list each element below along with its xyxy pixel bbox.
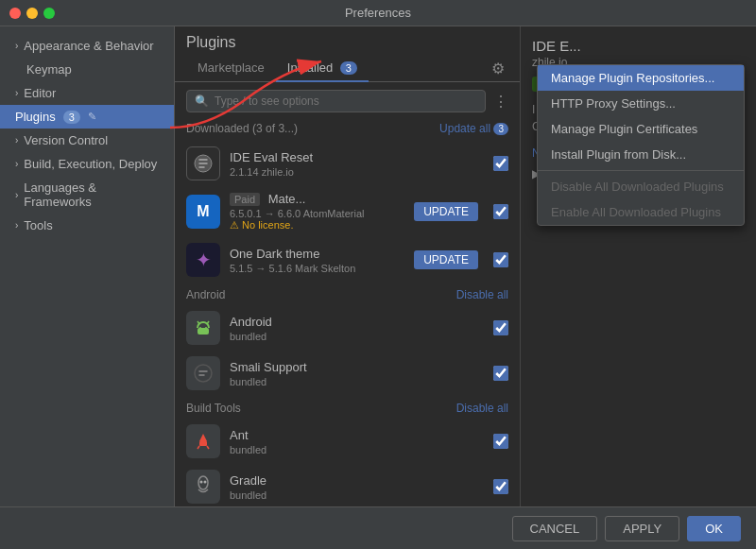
plugin-checkbox-material[interactable] [493, 204, 508, 219]
section-build-tools-label: Build Tools [186, 402, 241, 415]
plugin-checkbox-gradle[interactable] [493, 479, 508, 494]
search-wrapper: 🔍 [186, 90, 486, 112]
plugin-checkbox-smali[interactable] [493, 366, 508, 381]
plugin-info-one-dark: One Dark theme 5.1.5 → 5.1.6 Mark Skelto… [230, 247, 404, 274]
installed-badge: 3 [340, 61, 357, 75]
plugin-checkbox-android[interactable] [493, 320, 508, 335]
window-controls[interactable] [9, 8, 55, 19]
plugins-content: Plugins Marketplace Installed 3 ⚙ 🔍 ⋮ Do… [175, 26, 520, 506]
plugin-item-gradle[interactable]: Gradle bundled [175, 464, 520, 506]
dropdown-item-manage-repos[interactable]: Manage Plugin Repositories... [538, 65, 744, 91]
update-one-dark-button[interactable]: UPDATE [414, 250, 478, 269]
plugin-item-one-dark[interactable]: ✦ One Dark theme 5.1.5 → 5.1.6 Mark Skel… [175, 237, 520, 283]
plugin-icon-android [186, 311, 220, 345]
plugin-checkbox-ant[interactable] [493, 434, 508, 449]
dropdown-item-manage-certs[interactable]: Manage Plugin Certificates [538, 116, 744, 142]
plugin-version: bundled [230, 331, 484, 342]
plugin-version: 2.1.14 zhile.io [230, 166, 484, 178]
plugin-version: 6.5.0.1 → 6.6.0 AtomMaterial [230, 208, 404, 219]
ok-button[interactable]: OK [687, 516, 741, 541]
sidebar-item-plugins[interactable]: Plugins 3 ✎ [0, 105, 174, 129]
minimize-button[interactable] [26, 8, 38, 19]
plugin-version: bundled [230, 444, 484, 455]
dropdown-item-install-disk[interactable]: Install Plugin from Disk... [538, 142, 744, 167]
plugin-icon-smali [186, 356, 220, 390]
svg-line-5 [207, 321, 209, 324]
dropdown-item-http-proxy[interactable]: HTTP Proxy Settings... [538, 91, 744, 116]
sidebar-item-label: Tools [24, 218, 52, 232]
window-title: Preferences [345, 6, 411, 20]
plugin-icon-one-dark: ✦ [186, 243, 220, 277]
cancel-button[interactable]: CANCEL [512, 516, 598, 541]
plugin-item-android[interactable]: Android bundled [175, 305, 520, 351]
disable-all-android-button[interactable]: Disable all [456, 288, 508, 301]
plugin-icon-gradle [186, 470, 220, 504]
sidebar-item-build[interactable]: › Build, Execution, Deploy [0, 152, 174, 176]
chevron-icon: › [15, 88, 18, 98]
section-build-tools: Build Tools Disable all [175, 396, 520, 419]
sidebar: › Appearance & Behavior Keymap › Editor … [0, 26, 175, 506]
plugin-name: Gradle [230, 473, 484, 488]
close-button[interactable] [9, 8, 21, 19]
tab-marketplace[interactable]: Marketplace [186, 55, 276, 82]
svg-line-4 [198, 321, 199, 324]
sidebar-item-tools[interactable]: › Tools [0, 214, 174, 237]
plugin-name: IDE Eval Reset [230, 150, 484, 164]
sidebar-item-version-control[interactable]: › Version Control [0, 129, 174, 152]
sidebar-item-label: Plugins [15, 110, 56, 124]
dropdown-menu: Manage Plugin Repositories... HTTP Proxy… [537, 64, 745, 226]
plugin-checkbox-one-dark[interactable] [493, 252, 508, 267]
chevron-icon: › [15, 41, 18, 51]
chevron-icon: › [15, 190, 18, 200]
plugin-name: Ant [230, 428, 484, 442]
sidebar-item-languages[interactable]: › Languages & Frameworks [0, 176, 174, 214]
downloaded-label: Downloaded (3 of 3...) [186, 122, 298, 135]
plugin-icon-ant [186, 424, 220, 458]
apply-button[interactable]: APPLY [605, 516, 679, 541]
sidebar-item-label: Build, Execution, Deploy [24, 157, 157, 171]
plugin-name: Android [230, 315, 484, 329]
svg-point-11 [200, 481, 203, 484]
plugin-info-ant: Ant bundled [230, 428, 484, 455]
search-input[interactable] [215, 94, 477, 108]
update-badge: 3 [493, 123, 508, 135]
plugin-name: Smali Support [230, 360, 484, 374]
search-icon: 🔍 [195, 94, 209, 108]
plugin-name: Paid Mate... [230, 192, 404, 206]
svg-point-6 [195, 365, 212, 382]
chevron-icon: › [15, 135, 18, 146]
gear-button[interactable]: ⚙ [488, 56, 508, 81]
plugin-warning: ⚠ No license. [230, 219, 404, 232]
search-row: 🔍 ⋮ [175, 82, 520, 120]
sidebar-item-keymap[interactable]: Keymap [0, 58, 174, 81]
dropdown-item-disable-all: Disable All Downloaded Plugins [538, 174, 744, 199]
sidebar-item-appearance[interactable]: › Appearance & Behavior [0, 34, 174, 58]
plugin-info-material: Paid Mate... 6.5.0.1 → 6.6.0 AtomMateria… [230, 192, 404, 232]
sidebar-item-editor[interactable]: › Editor [0, 81, 174, 105]
plugin-checkbox-ide-eval[interactable] [493, 156, 508, 171]
update-material-button[interactable]: UPDATE [414, 202, 478, 221]
plugin-item-ant[interactable]: Ant bundled [175, 419, 520, 464]
section-android-label: Android [186, 288, 225, 301]
plugin-item-ide-eval[interactable]: IDE Eval Reset 2.1.14 zhile.io [175, 141, 520, 186]
disable-all-build-button[interactable]: Disable all [456, 402, 508, 415]
plugin-name: One Dark theme [230, 247, 404, 261]
more-options-icon[interactable]: ⋮ [493, 93, 508, 111]
plugin-icon-material: M [186, 195, 220, 229]
plugin-version: 5.1.5 → 5.1.6 Mark Skelton [230, 263, 404, 274]
plugin-item-material[interactable]: M Paid Mate... 6.5.0.1 → 6.6.0 AtomMater… [175, 186, 520, 237]
plugin-item-smali[interactable]: Smali Support bundled [175, 351, 520, 396]
tab-installed[interactable]: Installed 3 [276, 55, 369, 82]
update-all-button[interactable]: Update all 3 [439, 122, 508, 135]
svg-point-12 [204, 481, 207, 484]
svg-rect-7 [199, 441, 207, 446]
plugin-info-android: Android bundled [230, 315, 484, 342]
plugin-icon-ide-eval [186, 146, 220, 180]
sidebar-item-label: Appearance & Behavior [24, 39, 153, 53]
svg-line-9 [207, 446, 209, 449]
downloaded-row: Downloaded (3 of 3...) Update all 3 [175, 120, 520, 141]
sidebar-item-label: Version Control [24, 133, 108, 147]
maximize-button[interactable] [43, 8, 55, 19]
right-panel-plugin-name: IDE E... [532, 38, 745, 54]
tabs-row: Marketplace Installed 3 ⚙ [175, 55, 520, 82]
